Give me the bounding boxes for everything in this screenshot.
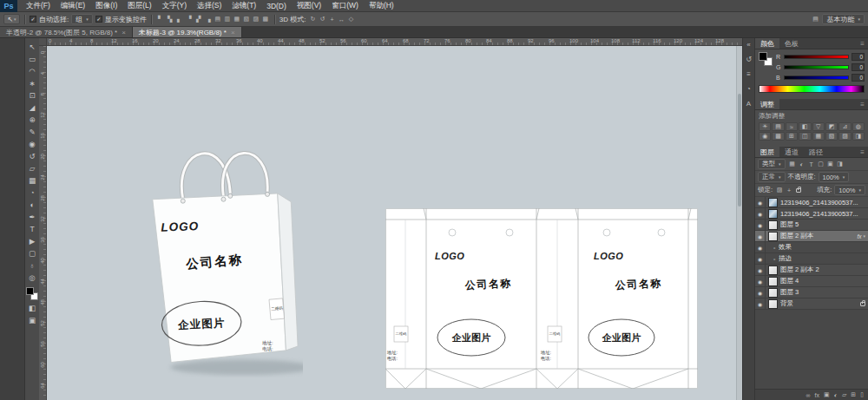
color-balance-icon[interactable]: ⊿: [838, 122, 851, 131]
zoom-tool[interactable]: ◎: [25, 272, 39, 284]
info-icon[interactable]: ◔: [746, 85, 751, 93]
invert-icon[interactable]: ◫: [799, 132, 811, 141]
canvas-vertical-scrollbar[interactable]: [736, 46, 742, 400]
brush-tool[interactable]: ✎: [25, 126, 39, 138]
hue-saturation-icon[interactable]: ◩: [825, 122, 838, 131]
opacity-dropdown[interactable]: 100% ▾: [819, 172, 850, 182]
filter-smart-objects-icon[interactable]: ▣: [826, 161, 835, 167]
color-spectrum-ramp[interactable]: [759, 85, 865, 93]
align-vertical-centers-icon[interactable]: ▚: [166, 16, 174, 23]
photo-filter-icon[interactable]: ◉: [759, 132, 771, 141]
layer-row[interactable]: ◉12319406_21413900537...: [755, 197, 868, 208]
workspace-layout-icon[interactable]: ▤: [811, 16, 819, 23]
healing-brush-tool[interactable]: ⊕: [25, 114, 39, 126]
layer-row[interactable]: ◉图层 2 副本 2: [755, 265, 868, 276]
fx-collapse-icon[interactable]: ▾: [863, 233, 865, 239]
eyedropper-tool[interactable]: ◢: [25, 102, 39, 114]
character-icon[interactable]: A: [746, 100, 751, 108]
blend-mode-dropdown[interactable]: 正常 ▾: [758, 172, 786, 182]
menu-item[interactable]: 编辑(E): [56, 1, 90, 11]
slider-value[interactable]: 0: [852, 63, 865, 71]
threshold-icon[interactable]: ▧: [825, 132, 838, 141]
canvas[interactable]: LOGO 公司名称 企业图片 二维码 地址: 电话:: [47, 46, 742, 400]
properties-icon[interactable]: ≡: [746, 70, 751, 78]
filter-shape-layers-icon[interactable]: ▢: [817, 161, 825, 167]
layer-row[interactable]: ◉图层 2 副本fx▾: [755, 231, 868, 242]
dodge-tool[interactable]: ◐: [25, 199, 39, 211]
align-top-edges-icon[interactable]: ▘: [156, 16, 165, 23]
menu-item[interactable]: 帮助(H): [364, 1, 399, 11]
panel-tab[interactable]: 颜色: [755, 38, 779, 49]
path-select-tool[interactable]: ▶: [25, 235, 39, 247]
align-left-edges-icon[interactable]: ▝: [185, 16, 194, 23]
ruler-origin-corner[interactable]: [39, 38, 47, 46]
channel-mixer-icon[interactable]: ▩: [772, 132, 784, 141]
eye-icon[interactable]: ◉: [755, 298, 766, 309]
link-layers-icon[interactable]: ∞: [806, 392, 811, 398]
gradient-map-icon[interactable]: ▨: [838, 132, 851, 141]
menu-item[interactable]: 视图(V): [292, 1, 326, 11]
filter-pixel-layers-icon[interactable]: ▦: [788, 161, 797, 167]
distribute-bottom-edges-icon[interactable]: ▦: [233, 16, 241, 23]
shape-tool[interactable]: ▢: [25, 247, 39, 259]
layer-row[interactable]: ◉12319406_21413900537...: [755, 208, 868, 220]
layer-row[interactable]: ◉背景: [755, 298, 868, 310]
eye-icon[interactable]: ◉: [755, 276, 766, 286]
curves-icon[interactable]: ≈: [786, 122, 798, 131]
panel-menu-icon[interactable]: ≡: [857, 38, 868, 49]
new-layer-icon[interactable]: ⊞: [851, 391, 856, 398]
layer-group-icon[interactable]: ▱: [842, 391, 846, 398]
screen-mode-button[interactable]: ▣: [25, 314, 39, 326]
menu-item[interactable]: 文件(F): [21, 1, 56, 11]
show-transform-checkbox[interactable]: ✓: [95, 16, 102, 23]
distribute-left-edges-icon[interactable]: ▧: [242, 16, 251, 23]
document-tab[interactable]: 半透明-2 @ 78.5%(图层 5, RGB/8) *×: [0, 27, 133, 37]
selective-color-icon[interactable]: ◨: [852, 132, 865, 141]
auto-select-dropdown[interactable]: 组 ▾: [71, 14, 93, 24]
3d-rotate-icon[interactable]: ↻: [308, 16, 317, 23]
clone-stamp-tool[interactable]: ◉: [25, 138, 39, 150]
panel-tab[interactable]: 色板: [779, 38, 804, 49]
lock-transparency-icon[interactable]: ▨: [775, 187, 784, 193]
menu-item[interactable]: 图层(L): [122, 1, 156, 11]
history-brush-tool[interactable]: ↺: [25, 150, 39, 162]
fill-dropdown[interactable]: 100% ▾: [834, 185, 865, 195]
menu-item[interactable]: 文字(Y): [157, 1, 192, 11]
3d-slide-icon[interactable]: ↔: [337, 16, 345, 23]
tab-close-icon[interactable]: ×: [122, 29, 126, 36]
eye-icon[interactable]: ◉: [755, 220, 766, 230]
scrollbar-thumb[interactable]: [738, 94, 741, 207]
exposure-icon[interactable]: ◧: [799, 122, 811, 131]
lasso-tool[interactable]: ◠: [25, 65, 39, 77]
document-tab[interactable]: 未标题-3 @ 19.3%(RGB/8) *×: [133, 27, 242, 37]
marquee-tool[interactable]: ▭: [25, 53, 39, 65]
panel-tab[interactable]: 路径: [804, 147, 828, 157]
eye-icon[interactable]: ◉: [755, 197, 766, 207]
panel-menu-icon[interactable]: ≡: [857, 147, 868, 157]
workspace-switcher[interactable]: 基本功能 ▾: [822, 14, 865, 24]
auto-select-checkbox[interactable]: ✓: [30, 16, 36, 23]
posterize-icon[interactable]: ▦: [812, 132, 825, 141]
eye-icon[interactable]: ◉: [755, 208, 766, 219]
vibrance-icon[interactable]: ▽: [812, 122, 825, 131]
eye-icon[interactable]: ◉: [755, 265, 766, 275]
slider-track[interactable]: [784, 65, 849, 69]
layer-row[interactable]: ◉∘描边: [755, 253, 868, 265]
menu-item[interactable]: 窗口(W): [326, 1, 364, 11]
panel-menu-icon[interactable]: ≡: [857, 99, 868, 109]
collapse-panels-icon[interactable]: «: [746, 41, 750, 49]
eye-icon[interactable]: ◉: [755, 287, 766, 298]
3d-scale-icon[interactable]: ◇: [346, 16, 355, 23]
menu-item[interactable]: 滤镜(T): [227, 1, 261, 11]
panel-tab[interactable]: 通道: [779, 147, 804, 157]
distribute-top-edges-icon[interactable]: ▤: [214, 16, 222, 23]
foreground-color-swatch[interactable]: [759, 52, 767, 61]
magic-wand-tool[interactable]: ∗: [25, 77, 39, 89]
layer-mask-icon[interactable]: ▣: [824, 391, 830, 398]
distribute-vertical-centers-icon[interactable]: ▥: [223, 16, 232, 23]
align-right-edges-icon[interactable]: ▗: [204, 16, 213, 23]
levels-icon[interactable]: ▤: [772, 122, 784, 131]
menu-item[interactable]: 图像(I): [90, 1, 122, 11]
lock-position-icon[interactable]: +: [785, 187, 793, 193]
3d-drag-icon[interactable]: +: [327, 16, 336, 23]
